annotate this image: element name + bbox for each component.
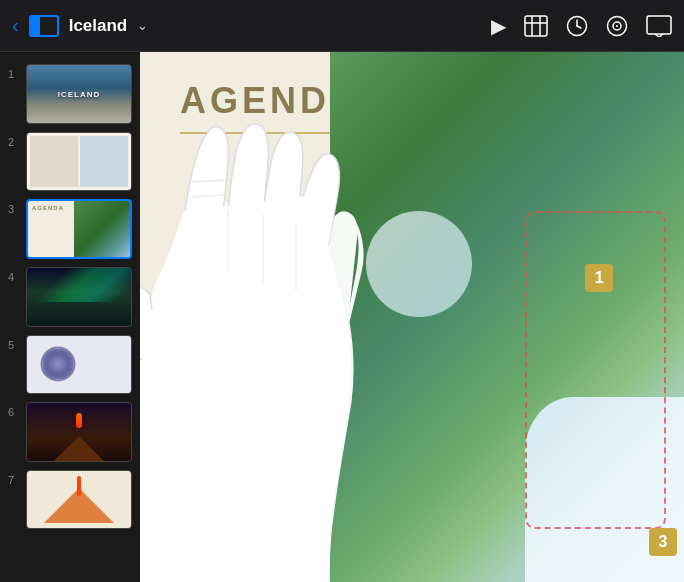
toolbar-left: ‹ Iceland ⌄	[12, 14, 148, 37]
svg-line-6	[577, 26, 581, 28]
clock-icon[interactable]	[566, 15, 588, 37]
back-button[interactable]: ‹	[12, 14, 19, 37]
slide-thumbnail[interactable]	[26, 132, 132, 192]
svg-rect-10	[647, 16, 671, 34]
slide-number: 2	[8, 132, 20, 148]
slide-thumbnail[interactable]	[26, 402, 132, 462]
slide-item[interactable]: 2	[0, 128, 140, 196]
slide-number: 3	[8, 199, 20, 215]
slide-thumbnail[interactable]	[26, 470, 132, 530]
slide-number: 5	[8, 335, 20, 351]
main-content: AGENDA 1 3	[140, 52, 684, 582]
slide-item[interactable]: 7	[0, 466, 140, 534]
map-snow	[366, 211, 472, 317]
slide-number: 7	[8, 470, 20, 486]
present-icon[interactable]	[646, 15, 672, 37]
slide-number: 4	[8, 267, 20, 283]
svg-point-9	[616, 25, 618, 27]
play-button[interactable]: ▶	[491, 14, 506, 38]
map-badge-3: 3	[649, 528, 677, 556]
slide-item[interactable]: 4	[0, 263, 140, 331]
map-section: 1 3	[330, 52, 684, 582]
slide-panel-toggle[interactable]	[29, 15, 59, 37]
toolbar: ‹ Iceland ⌄ ▶	[0, 0, 684, 52]
slide-thumbnail[interactable]	[26, 267, 132, 327]
toolbar-right: ▶	[491, 14, 672, 38]
svg-rect-0	[525, 16, 547, 36]
slide-number: 6	[8, 402, 20, 418]
slide-thumbnail[interactable]: ICELAND	[26, 64, 132, 124]
title-chevron-icon[interactable]: ⌄	[137, 18, 148, 33]
map-route-line	[525, 211, 666, 529]
slide-thumbnail[interactable]: AGENDA	[26, 199, 132, 259]
table-icon[interactable]	[524, 15, 548, 37]
layers-icon[interactable]	[606, 15, 628, 37]
slide-item[interactable]: 6	[0, 398, 140, 466]
slide-item[interactable]: 1 ICELAND	[0, 60, 140, 128]
slide-view: AGENDA 1 3	[140, 52, 684, 582]
slide-panel: 1 ICELAND 2 3 AGENDA 4	[0, 52, 140, 582]
slide-item-active[interactable]: 3 AGENDA	[0, 195, 140, 263]
map-badge-1: 1	[585, 264, 613, 292]
slide-thumbnail[interactable]	[26, 335, 132, 395]
presentation-title: Iceland	[69, 16, 128, 36]
slide-item[interactable]: 5	[0, 331, 140, 399]
slide-number: 1	[8, 64, 20, 80]
